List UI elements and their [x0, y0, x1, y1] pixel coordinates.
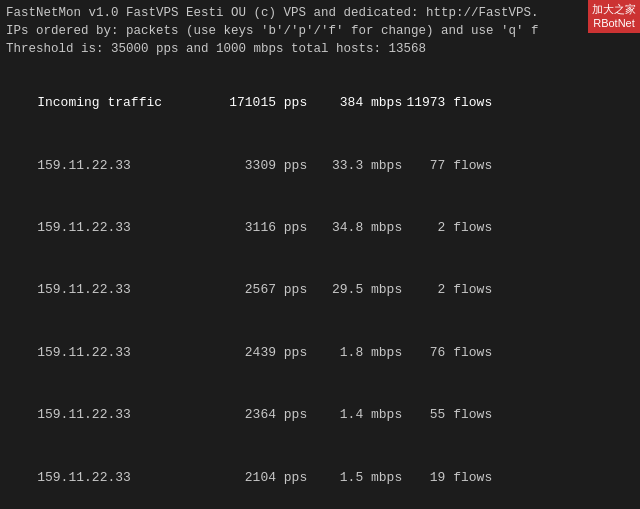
incoming-row-1: 159.11.22.333116 pps34.8 mbps2 flows: [6, 197, 634, 259]
header-line2: IPs ordered by: packets (use keys 'b'/'p…: [6, 22, 634, 40]
incoming-header: Incoming traffic171015 pps384 mbps11973 …: [6, 72, 634, 134]
watermark: 加大之家 RBotNet: [588, 0, 640, 33]
incoming-row-4: 159.11.22.332364 pps1.4 mbps55 flows: [6, 384, 634, 446]
header-line3: Threshold is: 35000 pps and 1000 mbps to…: [6, 40, 634, 58]
incoming-row-5: 159.11.22.332104 pps1.5 mbps19 flows: [6, 447, 634, 509]
terminal: 加大之家 RBotNet FastNetMon v1.0 FastVPS Ees…: [0, 0, 640, 509]
incoming-row-2: 159.11.22.332567 pps29.5 mbps2 flows: [6, 260, 634, 322]
incoming-row-3: 159.11.22.332439 pps1.8 mbps76 flows: [6, 322, 634, 384]
header-line1: FastNetMon v1.0 FastVPS Eesti OU (c) VPS…: [6, 4, 634, 22]
incoming-row-0: 159.11.22.333309 pps33.3 mbps77 flows: [6, 135, 634, 197]
